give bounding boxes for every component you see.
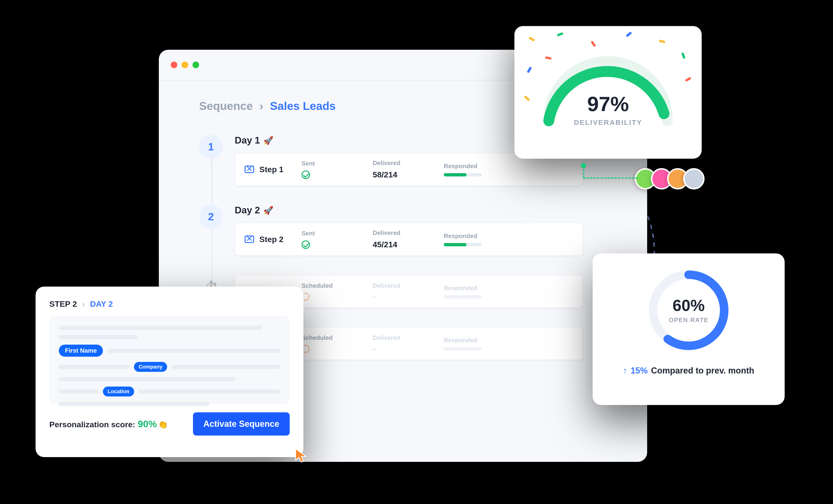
open-rate-delta: 15% — [630, 366, 648, 376]
open-rate-label: OPEN RATE — [644, 317, 734, 324]
minimize-icon[interactable] — [182, 61, 188, 68]
text-line — [59, 365, 130, 369]
text-line — [59, 402, 209, 406]
mail-icon — [245, 235, 254, 243]
metric-sent-label: Sent — [302, 230, 373, 237]
deliverability-label: DELIVERABILITY — [532, 119, 684, 126]
rocket-icon: 🚀 — [263, 206, 273, 215]
metric-placeholder: – — [373, 293, 444, 301]
breadcrumb-current[interactable]: Sales Leads — [270, 99, 336, 112]
metric-responded-label: Responded — [444, 232, 515, 240]
progress-bar-empty — [444, 295, 482, 298]
metric-delivered-label: Delivered — [373, 229, 444, 236]
chevron-right-icon: › — [260, 99, 263, 112]
day-title: Day 2 🚀 — [235, 205, 645, 216]
progress-bar — [444, 243, 482, 246]
progress-bar — [444, 173, 482, 176]
close-icon[interactable] — [171, 61, 177, 68]
day-block-2: 2 Day 2 🚀 Step 2 Sent Delivered 45/214 — [199, 205, 645, 256]
metric-delivered-value: 45/214 — [373, 240, 444, 249]
text-line — [59, 326, 262, 330]
score-label: Personalization score: — [49, 420, 135, 429]
metric-responded-label: Responded — [444, 336, 515, 344]
metric-sent-label: Sent — [302, 160, 373, 167]
text-line — [59, 377, 236, 381]
variable-pill-first-name[interactable]: First Name — [59, 345, 103, 357]
personalization-breadcrumb: STEP 2 › DAY 2 — [49, 299, 290, 309]
check-icon — [302, 171, 310, 179]
metric-scheduled-label: Scheduled — [302, 282, 373, 289]
cursor-icon — [294, 448, 309, 463]
chevron-right-icon: › — [82, 299, 85, 309]
day-title-text: Day 1 — [235, 135, 260, 146]
step-label: Step 1 — [259, 165, 284, 174]
metric-placeholder: – — [373, 345, 444, 353]
perso-crumb-current[interactable]: DAY 2 — [90, 299, 113, 309]
deliverability-value: 97% — [532, 92, 684, 116]
svg-marker-3 — [295, 449, 306, 462]
perso-crumb-parent[interactable]: STEP 2 — [49, 299, 77, 309]
open-rate-compare: ↑ 15% Compared to prev. month — [623, 366, 754, 376]
open-rate-donut: 60% OPEN RATE — [644, 265, 734, 355]
metric-delivered-label: Delivered — [373, 159, 444, 167]
email-editor-preview[interactable]: First Name Company Location — [49, 316, 290, 404]
text-line — [59, 335, 138, 339]
maximize-icon[interactable] — [192, 61, 199, 68]
deliverability-card: 97% DELIVERABILITY — [515, 26, 702, 159]
text-line — [171, 365, 280, 369]
metric-responded-label: Responded — [444, 162, 515, 170]
metric-delivered-label: Delivered — [373, 334, 444, 342]
personalization-card: STEP 2 › DAY 2 First Name Company Locati… — [35, 286, 304, 457]
day-number: 2 — [199, 205, 223, 229]
day-number: 1 — [199, 135, 223, 159]
step-card-2[interactable]: Step 2 Sent Delivered 45/214 Responded — [235, 223, 583, 256]
deliverability-gauge: 97% DELIVERABILITY — [532, 50, 684, 130]
open-rate-card: 60% OPEN RATE ↑ 15% Compared to prev. mo… — [593, 253, 785, 405]
step-label: Step 2 — [259, 235, 284, 244]
open-rate-compare-text: Compared to prev. month — [651, 366, 754, 376]
mail-icon — [245, 166, 254, 173]
text-line — [59, 389, 99, 394]
personalization-score: Personalization score: 90% 👏 — [49, 419, 168, 429]
day-title-text: Day 2 — [235, 205, 260, 216]
metric-delivered-label: Delivered — [373, 282, 444, 289]
arrow-up-icon: ↑ — [623, 366, 627, 376]
metric-responded-label: Responded — [444, 284, 515, 292]
rocket-icon: 🚀 — [263, 136, 273, 145]
open-rate-value: 60% — [644, 296, 734, 314]
variable-pill-location[interactable]: Location — [103, 386, 134, 397]
text-line — [138, 389, 280, 394]
activate-sequence-button[interactable]: Activate Sequence — [193, 412, 290, 435]
metric-delivered-value: 58/214 — [373, 170, 444, 179]
progress-bar-empty — [444, 347, 482, 351]
breadcrumb-parent[interactable]: Sequence — [199, 99, 253, 112]
variable-pill-company[interactable]: Company — [134, 362, 167, 372]
avatar[interactable] — [683, 168, 705, 190]
check-icon — [302, 241, 310, 249]
score-value: 90% — [138, 419, 157, 429]
text-line — [107, 349, 280, 353]
metric-scheduled-label: Scheduled — [302, 334, 373, 342]
avatar-strip — [640, 168, 705, 190]
connector-dash-icon — [583, 166, 638, 179]
clap-icon: 👏 — [158, 420, 168, 429]
